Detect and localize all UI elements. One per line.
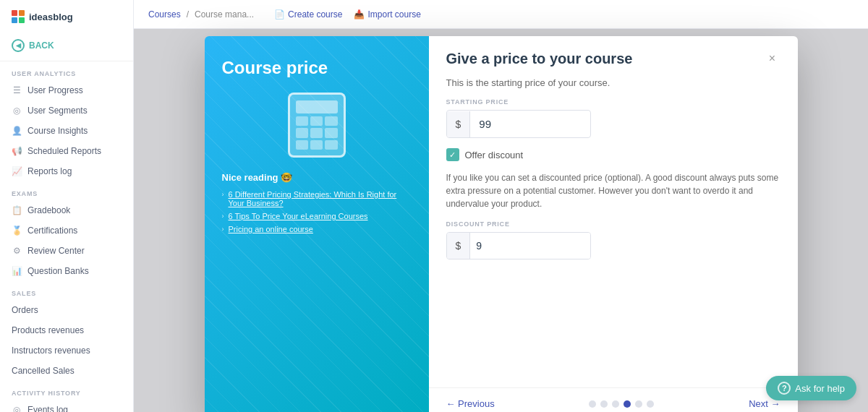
sidebar-item-question-banks[interactable]: 📊 Question Banks <box>0 261 133 281</box>
sidebar-item-label: User Progress <box>27 85 83 95</box>
sidebar-item-certifications[interactable]: 🏅 Certifications <box>0 220 133 241</box>
sidebar-item-label: Certifications <box>27 226 77 236</box>
review-icon: ⚙ <box>12 246 22 256</box>
question-banks-icon: 📊 <box>12 266 22 276</box>
calc-buttons <box>296 116 338 150</box>
logo-icon <box>12 10 25 23</box>
top-actions: 📄 Create course 📥 Import course <box>274 9 421 20</box>
link-pricing-strategies[interactable]: 6 Different Pricing Strategies: Which Is… <box>229 190 412 207</box>
ask-for-help-button[interactable]: ? Ask for help <box>766 376 856 400</box>
modal-left-panel: Course price Nice reading 🤓 <box>205 36 429 412</box>
offer-discount-row: ✓ Offer discount <box>446 148 780 161</box>
sidebar-item-user-progress[interactable]: ☰ User Progress <box>0 80 133 100</box>
modal-footer: ← Previous Next → <box>429 387 798 412</box>
modal-link-2[interactable]: › 6 Tips To Price Your eLearning Courses <box>222 212 412 220</box>
starting-price-value[interactable]: 99 <box>470 111 590 137</box>
starting-price-input[interactable]: $ 99 <box>446 110 591 138</box>
discount-currency-symbol: $ <box>447 233 471 259</box>
course-price-modal: Course price Nice reading 🤓 <box>205 36 798 412</box>
sidebar-item-reports-log[interactable]: 📈 Reports log <box>0 161 133 181</box>
sidebar-item-review-center[interactable]: ⚙ Review Center <box>0 241 133 261</box>
page-content: Course price Nice reading 🤓 <box>134 29 868 412</box>
link-tips-pricing[interactable]: 6 Tips To Price Your eLearning Courses <box>229 212 368 220</box>
create-course-button[interactable]: 📄 Create course <box>274 9 342 20</box>
certifications-icon: 🏅 <box>12 226 22 236</box>
sidebar-item-gradebook[interactable]: 📋 Gradebook <box>0 200 133 220</box>
gradebook-icon: 📋 <box>12 205 22 215</box>
chevron-icon: › <box>222 226 224 233</box>
currency-symbol: $ <box>447 111 471 137</box>
dot-4-active <box>624 400 631 408</box>
reports-log-icon: 📈 <box>12 166 22 176</box>
top-bar: Courses / Course mana... 📄 Create course… <box>134 0 868 29</box>
modal-link-3[interactable]: › Pricing an online course <box>222 225 412 233</box>
discount-price-input-wrap: $ ▲ ▼ <box>446 232 591 259</box>
discount-price-label: DISCOUNT PRICE <box>446 220 780 228</box>
back-button[interactable]: ◀ BACK <box>0 33 133 61</box>
modal-right-panel: Give a price to your course × This is th… <box>429 36 798 412</box>
modal-right-body: This is the starting price of your cours… <box>429 67 798 387</box>
sidebar-item-orders[interactable]: Orders <box>0 300 133 320</box>
sidebar-item-label: Reports log <box>27 166 72 176</box>
main-area: Courses / Course mana... 📄 Create course… <box>134 0 868 412</box>
previous-button[interactable]: ← Previous <box>446 398 495 409</box>
insights-icon: 👤 <box>12 126 22 136</box>
modal-close-button[interactable]: × <box>765 51 780 66</box>
discount-price-field[interactable] <box>470 233 590 259</box>
breadcrumb-courses[interactable]: Courses <box>148 9 181 20</box>
modal-right-title: Give a price to your course <box>446 51 633 67</box>
chevron-icon: › <box>222 191 224 198</box>
breadcrumb-current: Course mana... <box>195 9 254 20</box>
sidebar-item-label: Products revenues <box>12 325 84 335</box>
modal-link-1[interactable]: › 6 Different Pricing Strategies: Which … <box>222 190 412 207</box>
sidebar-item-label: Question Banks <box>27 266 89 276</box>
dot-2 <box>600 400 608 408</box>
sidebar-item-events-log[interactable]: ◎ Events log <box>0 400 133 412</box>
sidebar-item-label: Course Insights <box>27 126 88 136</box>
import-course-button[interactable]: 📥 Import course <box>354 9 420 20</box>
sidebar-item-cancelled-sales[interactable]: Cancelled Sales <box>0 361 133 381</box>
link-pricing-online-course[interactable]: Pricing an online course <box>229 225 313 233</box>
progress-icon: ☰ <box>12 85 22 95</box>
exams-section-label: EXAMS <box>0 181 133 200</box>
sidebar-item-label: Orders <box>12 305 38 315</box>
breadcrumb-separator: / <box>187 9 189 20</box>
reports-icon: 📢 <box>12 146 22 156</box>
sidebar-item-label: User Segments <box>27 106 88 116</box>
sidebar-item-scheduled-reports[interactable]: 📢 Scheduled Reports <box>0 141 133 161</box>
dot-5 <box>635 400 642 408</box>
sidebar: ideasblog ◀ BACK USER ANALYTICS ☰ User P… <box>0 0 134 412</box>
discount-description: If you like you can set a discounted pri… <box>446 171 780 210</box>
user-analytics-section-label: USER ANALYTICS <box>0 61 133 80</box>
modal-right-header: Give a price to your course × <box>429 36 798 67</box>
logo: ideasblog <box>0 0 133 33</box>
modal-links: › 6 Different Pricing Strategies: Which … <box>222 190 412 233</box>
import-course-label: Import course <box>367 9 420 20</box>
prev-label: ← Previous <box>446 398 495 409</box>
segments-icon: ◎ <box>12 106 22 116</box>
modal-container: Course price Nice reading 🤓 <box>134 29 868 412</box>
nice-reading-label: Nice reading 🤓 <box>222 172 412 183</box>
sidebar-item-user-segments[interactable]: ◎ User Segments <box>0 100 133 121</box>
sidebar-item-label: Gradebook <box>27 205 70 215</box>
pagination-dots <box>589 400 654 408</box>
calculator-icon <box>288 93 346 158</box>
sidebar-item-label: Instructors revenues <box>12 346 90 356</box>
dot-1 <box>589 400 596 408</box>
sidebar-item-instructors-revenues[interactable]: Instructors revenues <box>0 340 133 361</box>
sidebar-item-label: Cancelled Sales <box>12 366 75 376</box>
calc-screen <box>296 100 338 113</box>
help-icon: ? <box>778 382 791 395</box>
logo-text: ideasblog <box>29 12 73 22</box>
back-label: BACK <box>29 40 54 51</box>
create-course-icon: 📄 <box>274 9 285 20</box>
back-icon: ◀ <box>12 39 25 52</box>
offer-discount-label: Offer discount <box>465 150 524 160</box>
dot-6 <box>647 400 654 408</box>
offer-discount-checkbox[interactable]: ✓ <box>446 148 459 161</box>
sidebar-item-products-revenues[interactable]: Products revenues <box>0 320 133 340</box>
activity-section-label: ACTIVITY HISTORY <box>0 381 133 400</box>
sidebar-item-label: Review Center <box>27 246 85 256</box>
sidebar-item-course-insights[interactable]: 👤 Course Insights <box>0 121 133 141</box>
chevron-icon: › <box>222 213 224 220</box>
